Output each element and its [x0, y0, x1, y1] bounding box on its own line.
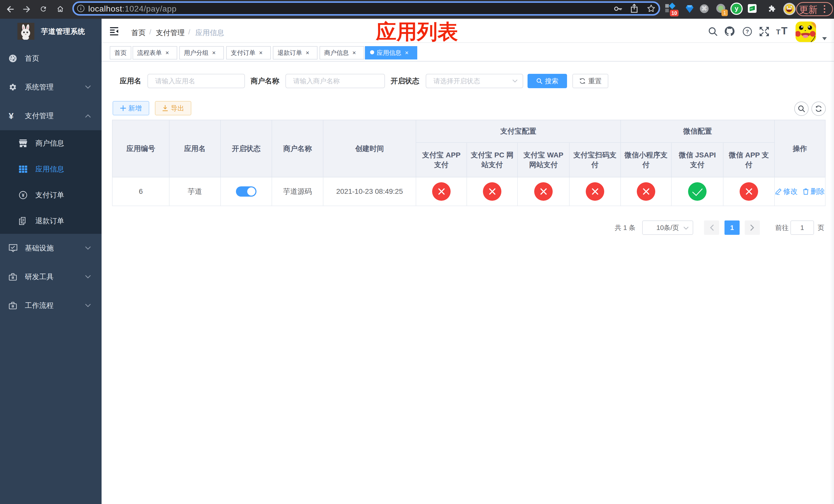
svg-text:?: ? — [746, 28, 749, 35]
svg-text:¥: ¥ — [22, 192, 25, 198]
